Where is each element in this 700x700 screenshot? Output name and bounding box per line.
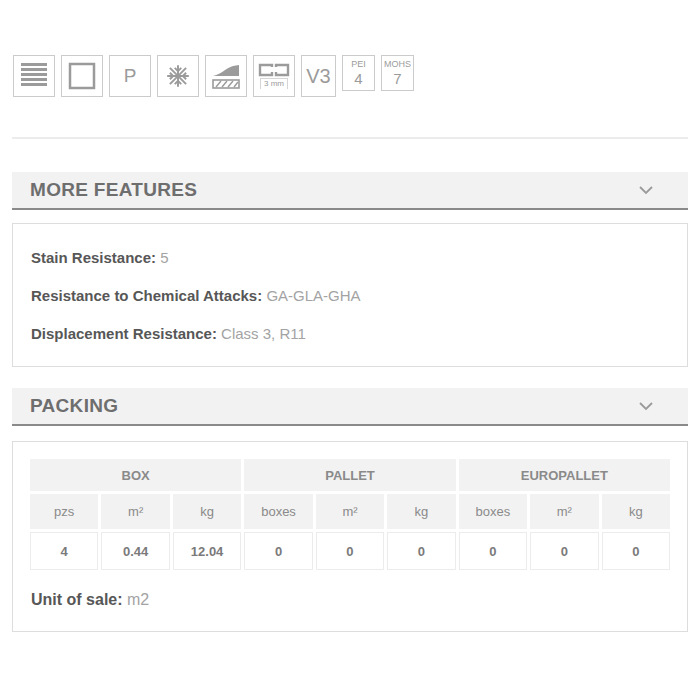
packing-panel: BOX PALLET EUROPALLET pzs m² kg boxes m²… <box>12 441 688 632</box>
chevron-down-icon[interactable] <box>639 186 653 195</box>
table-group-header-row: BOX PALLET EUROPALLET <box>30 459 670 491</box>
feature-chemical-resistance: Resistance to Chemical Attacks: GA-GLA-G… <box>31 287 669 304</box>
stacked-lines-glyph <box>20 62 48 90</box>
table-cell: 12.04 <box>173 532 241 570</box>
snowflake-glyph <box>165 63 191 89</box>
col-header: m² <box>101 494 169 529</box>
col-header: kg <box>173 494 241 529</box>
packing-table: BOX PALLET EUROPALLET pzs m² kg boxes m²… <box>27 456 673 573</box>
feature-value: 5 <box>160 249 168 266</box>
pei-value: 4 <box>351 71 366 86</box>
more-features-panel: Stain Resistance: 5 Resistance to Chemic… <box>12 223 688 367</box>
antislip-ramp-glyph <box>211 62 241 90</box>
unit-of-sale-value: m2 <box>127 591 149 608</box>
col-header: kg <box>602 494 671 529</box>
stacked-lines-icon <box>13 55 55 97</box>
table-row: 4 0.44 12.04 0 0 0 0 0 0 <box>30 532 670 570</box>
table-cell: 0 <box>602 532 671 570</box>
col-header: boxes <box>459 494 527 529</box>
joint-width-icon: 3 mm <box>253 55 295 97</box>
table-cell: 0 <box>244 532 312 570</box>
group-header-pallet: PALLET <box>244 459 455 491</box>
unit-of-sale-label: Unit of sale: <box>31 591 123 608</box>
feature-stain-resistance: Stain Resistance: 5 <box>31 249 669 266</box>
group-header-box: BOX <box>30 459 241 491</box>
joint-width-label: 3 mm <box>260 78 288 89</box>
square-outline-glyph <box>68 62 96 90</box>
unit-of-sale: Unit of sale: m2 <box>27 591 673 609</box>
shade-variation-icon: V3 <box>301 55 336 97</box>
feature-label: Displacement Resistance: <box>31 325 217 342</box>
mohs-caption: MOHS <box>384 60 411 69</box>
pei-rating-icon: PEI 4 <box>342 55 375 91</box>
packing-header[interactable]: PACKING <box>12 388 688 426</box>
more-features-title: MORE FEATURES <box>30 179 197 201</box>
col-header: m² <box>530 494 598 529</box>
col-header: kg <box>387 494 455 529</box>
snowflake-icon <box>157 55 199 97</box>
table-cell: 4 <box>30 532 98 570</box>
feature-displacement-resistance: Displacement Resistance: Class 3, R11 <box>31 325 669 342</box>
letter-p-label: P <box>124 65 137 87</box>
feature-value: GA-GLA-GHA <box>266 287 360 304</box>
pei-rating-text: PEI 4 <box>351 60 366 86</box>
mohs-rating-icon: MOHS 7 <box>381 55 414 91</box>
letter-p-icon: P <box>109 55 151 97</box>
pei-caption: PEI <box>351 60 366 69</box>
feature-label: Stain Resistance: <box>31 249 156 266</box>
square-outline-icon <box>61 55 103 97</box>
col-header: pzs <box>30 494 98 529</box>
feature-value: Class 3, R11 <box>221 325 306 342</box>
mohs-rating-text: MOHS 7 <box>384 60 411 86</box>
table-cell: 0 <box>387 532 455 570</box>
antislip-ramp-icon <box>205 55 247 97</box>
more-features-header[interactable]: MORE FEATURES <box>12 172 688 210</box>
chevron-down-icon[interactable] <box>639 402 653 411</box>
table-cell: 0 <box>530 532 598 570</box>
group-header-europallet: EUROPALLET <box>459 459 670 491</box>
joint-width-glyph <box>258 63 290 77</box>
shade-variation-label: V3 <box>306 65 330 88</box>
section-divider <box>12 137 688 139</box>
feature-icons-row: P <box>13 0 688 97</box>
col-header: boxes <box>244 494 312 529</box>
mohs-value: 7 <box>384 71 411 86</box>
feature-label: Resistance to Chemical Attacks: <box>31 287 262 304</box>
table-column-header-row: pzs m² kg boxes m² kg boxes m² kg <box>30 494 670 529</box>
table-cell: 0.44 <box>101 532 169 570</box>
col-header: m² <box>316 494 384 529</box>
table-cell: 0 <box>459 532 527 570</box>
table-cell: 0 <box>316 532 384 570</box>
product-detail-page: P <box>0 0 700 700</box>
packing-title: PACKING <box>30 395 118 417</box>
